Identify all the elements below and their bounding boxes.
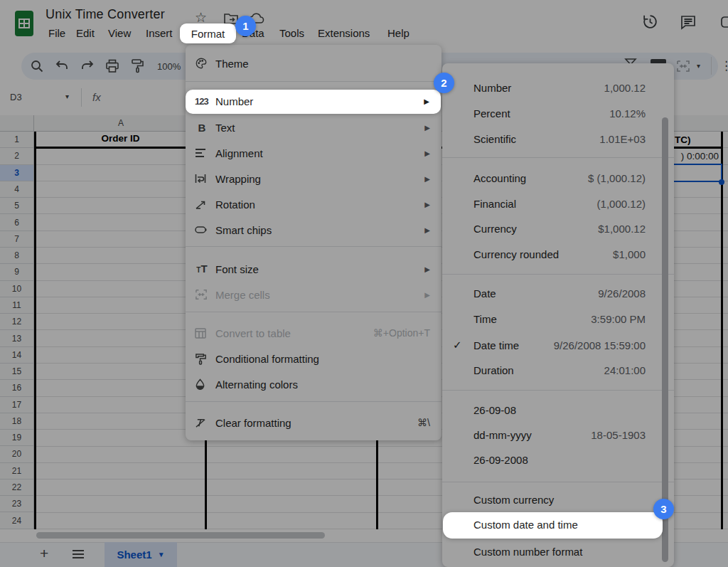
submenu-arrow-icon: ▶ bbox=[424, 97, 429, 105]
step-badge-2: 2 bbox=[434, 73, 454, 93]
number-123-icon: 123 bbox=[195, 96, 208, 107]
menu-item-label: Number bbox=[215, 95, 253, 107]
menu-item-number-highlighted[interactable]: 123 Number ▶ bbox=[186, 90, 441, 114]
menubar-format-highlighted[interactable]: Format bbox=[180, 23, 236, 43]
menu-item-label: Custom date and time bbox=[473, 519, 578, 531]
step-badge-1: 1 bbox=[235, 16, 256, 36]
step-badge-3: 3 bbox=[653, 499, 674, 519]
submenu-item-custom-date-and-time-highlighted[interactable]: Custom date and time bbox=[443, 512, 663, 539]
google-sheets-window: Unix Time Converter ☆ File Edit View Ins… bbox=[0, 0, 728, 567]
dim-overlay bbox=[0, 0, 728, 567]
